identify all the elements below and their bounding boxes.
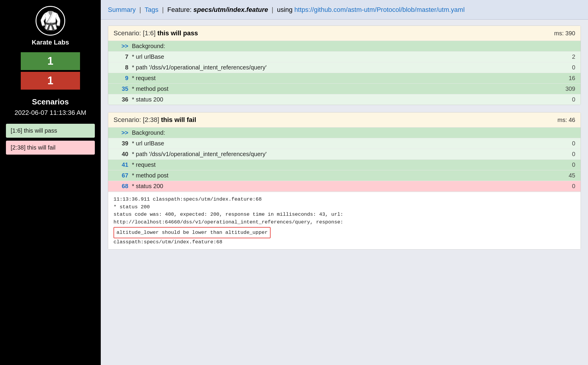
scenario-2-ms: ms: 46 [557, 117, 575, 123]
step-text: Background: [132, 129, 560, 136]
brand-name: Karate Labs [32, 39, 69, 46]
step-text: * url urlBase [132, 53, 560, 60]
step-row: 67 * method post 45 [108, 170, 581, 181]
step-text: Background: [132, 43, 560, 50]
scenarios-label: Scenarios [32, 97, 69, 107]
step-num: 67 [114, 172, 128, 179]
step-ms: 0 [560, 140, 575, 147]
step-num: 8 [114, 64, 128, 71]
logo: 🥋 [36, 6, 65, 36]
scenario-card-1: Scenario: [1:6] this will pass ms: 390 >… [108, 26, 581, 105]
step-row: 40 * path '/dss/v1/operational_intent_re… [108, 149, 581, 160]
step-row: 7 * url urlBase 2 [108, 52, 581, 62]
step-num: 36 [114, 96, 128, 103]
step-num: 40 [114, 151, 128, 158]
error-highlighted: altitude_lower should be lower than alti… [114, 226, 575, 238]
step-text: * path '/dss/v1/operational_intent_refer… [132, 64, 560, 71]
pass-count: 1 [47, 55, 53, 67]
header-bar: Summary | Tags | Feature: specs/utm/inde… [101, 0, 588, 20]
error-log: 11:13:36.911 classpath:specs/utm/index.f… [108, 192, 581, 249]
step-text: * request [132, 75, 560, 82]
step-ms: 2 [560, 53, 575, 60]
sidebar-scenario-fail[interactable]: [2:38] this will fail [6, 141, 95, 155]
step-row: 41 * request 0 [108, 160, 581, 170]
sidebar: 🥋 Karate Labs 1 1 Scenarios 2022-06-07 1… [0, 0, 101, 365]
error-line-2: * status 200 [114, 203, 575, 211]
fail-count: 1 [47, 74, 53, 87]
step-ms: 0 [560, 64, 575, 71]
step-num: 9 [114, 75, 128, 82]
main-content: Summary | Tags | Feature: specs/utm/inde… [101, 0, 588, 365]
scenario-1-title: Scenario: [1:6] this will pass [114, 29, 198, 37]
step-ms: 16 [560, 75, 575, 82]
step-row-fail: 68 * status 200 0 [108, 181, 581, 192]
step-row: 9 * request 16 [108, 73, 581, 84]
scenario-1-ms: ms: 390 [554, 30, 575, 37]
sep3: | [272, 6, 275, 13]
step-row: 35 * method post 309 [108, 84, 581, 94]
using-prefix: using [277, 6, 293, 13]
error-last-line: classpath:specs/utm/index.feature:68 [114, 238, 575, 246]
sep1: | [139, 6, 143, 13]
sidebar-scenario-pass[interactable]: [1:6] this will pass [6, 124, 95, 138]
pass-score-box: 1 [21, 52, 80, 70]
error-highlight-text: altitude_lower should be lower than alti… [114, 227, 271, 238]
step-text: * path '/dss/v1/operational_intent_refer… [132, 151, 560, 158]
step-text: * url urlBase [132, 140, 560, 147]
summary-link[interactable]: Summary [108, 6, 136, 13]
scenario-2-title: Scenario: [2:38] this will fail [114, 116, 196, 124]
step-num: 7 [114, 53, 128, 60]
step-ms: 45 [560, 172, 575, 179]
fail-score-box: 1 [21, 72, 80, 90]
step-num: 68 [114, 183, 128, 190]
step-row: >> Background: [108, 128, 581, 138]
step-text: * method post [132, 172, 560, 179]
step-num: 41 [114, 161, 128, 168]
scenario-1-header: Scenario: [1:6] this will pass ms: 390 [108, 26, 581, 41]
timestamp: 2022-06-07 11:13:36 AM [15, 109, 86, 117]
step-text: * status 200 [132, 96, 560, 103]
using-link[interactable]: https://github.com/astm-utm/Protocol/blo… [294, 6, 465, 13]
step-arrow-icon: >> [114, 43, 128, 50]
step-row: 8 * path '/dss/v1/operational_intent_ref… [108, 62, 581, 73]
scenarios-area: Scenario: [1:6] this will pass ms: 390 >… [101, 20, 588, 365]
karate-icon: 🥋 [39, 12, 62, 30]
step-num: 35 [114, 85, 128, 92]
step-num: 39 [114, 140, 128, 147]
feature-path: specs/utm/index.feature [194, 6, 268, 13]
tags-link[interactable]: Tags [145, 6, 158, 13]
step-ms: 0 [560, 151, 575, 158]
step-ms: 0 [560, 183, 575, 190]
scenario-2-header: Scenario: [2:38] this will fail ms: 46 [108, 112, 581, 128]
error-line-4: http://localhost:64660/dss/v1/operationa… [114, 218, 575, 226]
step-row: 36 * status 200 0 [108, 94, 581, 105]
step-text: * status 200 [132, 183, 560, 190]
step-ms: 0 [560, 96, 575, 103]
step-text: * request [132, 161, 560, 168]
step-text: * method post [132, 85, 560, 92]
feature-prefix: Feature: [167, 6, 192, 13]
scenario-card-2: Scenario: [2:38] this will fail ms: 46 >… [108, 112, 581, 250]
error-line-1: 11:13:36.911 classpath:specs/utm/index.f… [114, 196, 575, 203]
step-ms: 309 [560, 85, 575, 92]
error-line-3: status code was: 400, expected: 200, res… [114, 211, 575, 218]
step-row: >> Background: [108, 41, 581, 52]
step-ms: 0 [560, 161, 575, 168]
step-arrow-icon: >> [114, 129, 128, 136]
step-row: 39 * url urlBase 0 [108, 138, 581, 149]
sep2: | [162, 6, 166, 13]
